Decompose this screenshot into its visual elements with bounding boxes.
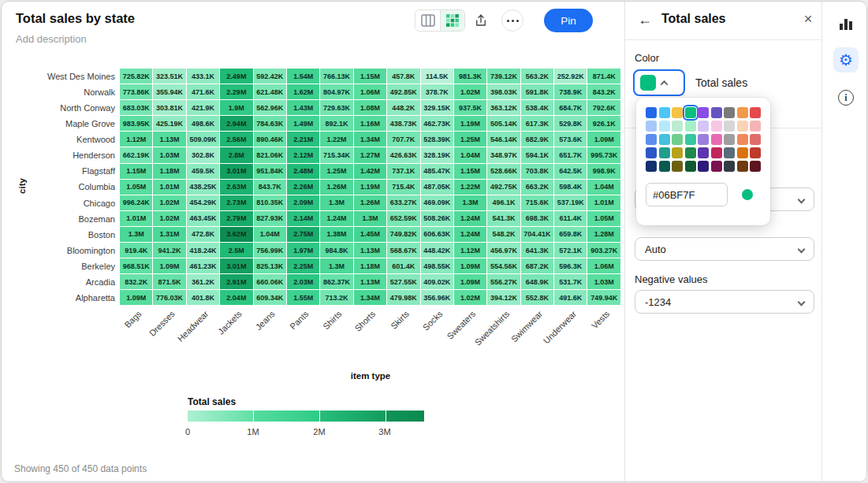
heatmap-cell[interactable]: 2.14M xyxy=(287,211,319,226)
palette-swatch[interactable] xyxy=(750,134,761,145)
heatmap-cell[interactable]: 1.04M xyxy=(254,227,286,242)
heatmap-cell[interactable]: 426.63K xyxy=(387,147,419,162)
palette-swatch[interactable] xyxy=(698,147,709,158)
heatmap-cell[interactable]: 2.49M xyxy=(220,69,252,84)
heatmap-cell[interactable]: 1.34M xyxy=(354,132,386,147)
heatmap-cell[interactable]: 463.45K xyxy=(187,211,219,226)
heatmap-cell[interactable]: 479.98K xyxy=(387,290,419,305)
heatmap-cell[interactable]: 926.1K xyxy=(587,116,620,131)
heatmap-cell[interactable]: 951.84K xyxy=(254,164,286,179)
heatmap-cell[interactable]: 378.7K xyxy=(421,84,453,99)
heatmap-cell[interactable]: 1.24M xyxy=(454,227,486,242)
heatmap-cell[interactable]: 329.15K xyxy=(421,100,453,115)
heatmap-cell[interactable]: 114.5K xyxy=(421,69,453,84)
chart-panel-button[interactable] xyxy=(833,11,859,36)
heatmap-cell[interactable]: 1.3M xyxy=(320,195,352,210)
heatmap-cell[interactable]: 252.92K xyxy=(554,69,587,84)
heatmap-cell[interactable]: 996.24K xyxy=(120,195,152,210)
heatmap-cell[interactable]: 598.4K xyxy=(554,180,587,195)
heatmap-cell[interactable]: 609.34K xyxy=(254,290,286,305)
heatmap-cell[interactable]: 508.26K xyxy=(421,211,453,226)
heatmap-cell[interactable]: 1.3M xyxy=(120,227,152,242)
palette-swatch[interactable] xyxy=(685,107,696,118)
palette-swatch[interactable] xyxy=(737,107,748,118)
heatmap-cell[interactable]: 1.22M xyxy=(320,132,352,147)
heatmap-cell[interactable]: 749.94K xyxy=(587,290,620,305)
heatmap-cell[interactable]: 773.86K xyxy=(120,84,152,99)
palette-swatch[interactable] xyxy=(659,161,670,172)
heatmap-cell[interactable]: 1.02M xyxy=(454,290,486,305)
heatmap-cell[interactable]: 1.04M xyxy=(454,147,486,162)
heatmap-cell[interactable]: 528.39K xyxy=(421,132,453,147)
heatmap-cell[interactable]: 361.2K xyxy=(187,274,219,289)
heatmap-cell[interactable]: 448.42K xyxy=(421,243,453,258)
heatmap-cell[interactable]: 394.12K xyxy=(487,290,520,305)
heatmap-cell[interactable]: 983.95K xyxy=(120,116,152,131)
heatmap-cell[interactable]: 871.4K xyxy=(587,69,620,84)
palette-swatch[interactable] xyxy=(672,134,683,145)
heatmap-cell[interactable]: 1.55M xyxy=(287,290,319,305)
palette-swatch[interactable] xyxy=(737,121,748,132)
heatmap-cell[interactable]: 903.27K xyxy=(587,243,620,258)
heatmap-cell[interactable]: 1.3M xyxy=(354,211,386,226)
heatmap-cell[interactable]: 505.14K xyxy=(487,116,520,131)
heatmap-cell[interactable]: 418.24K xyxy=(187,243,219,258)
heatmap-cell[interactable]: 713.2K xyxy=(320,290,352,305)
heatmap-cell[interactable]: 409.02K xyxy=(421,274,453,289)
heatmap-cell[interactable]: 825.13K xyxy=(254,258,286,273)
heatmap-cell[interactable]: 995.73K xyxy=(587,147,620,162)
heatmap-cell[interactable]: 363.12K xyxy=(487,100,520,115)
palette-swatch[interactable] xyxy=(659,107,670,118)
palette-swatch[interactable] xyxy=(750,161,761,172)
heatmap-cell[interactable]: 556.27K xyxy=(487,274,520,289)
heatmap-cell[interactable]: 1.28M xyxy=(587,227,620,242)
heatmap-cell[interactable]: 3.01M xyxy=(220,164,252,179)
heatmap-cell[interactable]: 641.3K xyxy=(521,243,553,258)
heatmap-cell[interactable]: 596.3K xyxy=(554,258,587,273)
heatmap-cell[interactable]: 968.51K xyxy=(120,258,152,273)
heatmap-cell[interactable]: 1.02M xyxy=(454,84,486,99)
palette-swatch[interactable] xyxy=(724,134,735,145)
palette-swatch[interactable] xyxy=(737,161,748,172)
share-button[interactable] xyxy=(470,9,492,32)
heatmap-cell[interactable]: 491.6K xyxy=(554,290,587,305)
heatmap-cell[interactable]: 531.7K xyxy=(554,274,587,289)
heatmap-cell[interactable]: 485.47K xyxy=(421,164,453,179)
heatmap-cell[interactable]: 892.1K xyxy=(320,116,352,131)
heatmap-cell[interactable]: 2.26M xyxy=(287,180,319,195)
heatmap-cell[interactable]: 3.62M xyxy=(220,227,252,242)
heatmap-cell[interactable]: 456.97K xyxy=(487,243,520,258)
heatmap-cell[interactable]: 1.25M xyxy=(454,132,486,147)
palette-swatch[interactable] xyxy=(711,121,722,132)
heatmap-cell[interactable]: 684.7K xyxy=(554,100,587,115)
heatmap-cell[interactable]: 698.3K xyxy=(521,211,553,226)
info-rail-button[interactable]: i xyxy=(833,85,859,110)
heatmap-cell[interactable]: 984.8K xyxy=(320,243,352,258)
heatmap-cell[interactable]: 804.97K xyxy=(320,84,352,99)
heatmap-cell[interactable]: 421.9K xyxy=(187,100,219,115)
heatmap-cell[interactable]: 1.3M xyxy=(454,195,486,210)
heatmap-cell[interactable]: 1.09M xyxy=(454,274,486,289)
heatmap-cell[interactable]: 498.6K xyxy=(187,116,219,131)
heatmap-cell[interactable]: 1.42M xyxy=(354,164,386,179)
heatmap-cell[interactable]: 459.5K xyxy=(187,164,219,179)
heatmap-cell[interactable]: 2.8M xyxy=(220,147,252,162)
palette-swatch[interactable] xyxy=(685,147,696,158)
heatmap-cell[interactable]: 1.26M xyxy=(354,195,386,210)
heatmap-cell[interactable]: 1.09M xyxy=(153,258,185,273)
heatmap-cell[interactable]: 704.41K xyxy=(521,227,553,242)
palette-swatch[interactable] xyxy=(659,134,670,145)
palette-swatch[interactable] xyxy=(646,134,657,145)
heatmap-cell[interactable]: 1.04M xyxy=(587,180,620,195)
heatmap-cell[interactable]: 1.05M xyxy=(120,180,152,195)
units-select[interactable]: Auto xyxy=(635,237,814,261)
palette-swatch[interactable] xyxy=(646,161,657,172)
heatmap-cell[interactable]: 981.3K xyxy=(454,69,486,84)
heatmap-cell[interactable]: 487.05K xyxy=(421,180,453,195)
heatmap-cell[interactable]: 1.13M xyxy=(354,274,386,289)
heatmap-cell[interactable]: 827.93K xyxy=(254,211,286,226)
heatmap-cell[interactable]: 662.19K xyxy=(120,147,152,162)
heatmap-cell[interactable]: 1.9M xyxy=(220,100,252,115)
chart-title[interactable]: Total sales by state xyxy=(16,11,135,26)
heatmap-cell[interactable]: 527.55K xyxy=(387,274,419,289)
